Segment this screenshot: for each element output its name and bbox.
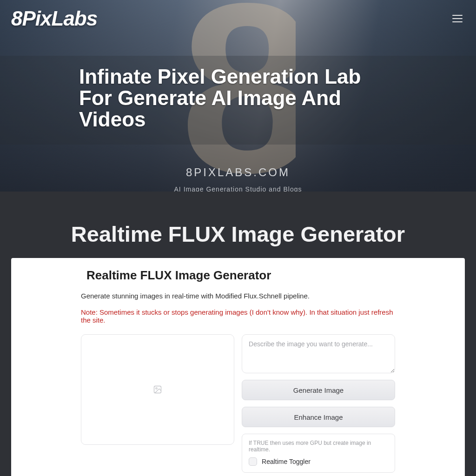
image-placeholder-icon — [153, 385, 162, 394]
hamburger-button[interactable] — [448, 9, 467, 28]
generator-section: Realtime FLUX Image Generator Realtime F… — [0, 192, 476, 476]
generate-button[interactable]: Generate Image — [242, 380, 395, 400]
hamburger-icon — [452, 15, 463, 22]
realtime-hint: If TRUE then uses more GPU but create im… — [249, 440, 388, 453]
hero-brand-sub: 8PIXLABS.COM — [0, 166, 476, 179]
generator-card: Realtime FLUX Image Generator Generate s… — [11, 258, 465, 476]
generator-note: Note: Sometimes it stucks or stops gener… — [81, 308, 395, 324]
generator-heading: Realtime FLUX Image Generator — [86, 268, 395, 283]
realtime-checkbox[interactable] — [249, 457, 257, 466]
image-preview[interactable] — [81, 334, 234, 445]
hero-banner: 8PixLabs Infinate Pixel Generation Lab F… — [0, 0, 476, 192]
enhance-button[interactable]: Enhance Image — [242, 407, 395, 427]
svg-point-1 — [156, 388, 157, 389]
generator-description: Generate stunning images in real-time wi… — [81, 292, 395, 300]
hero-subbrand: 8PIXLABS.COM AI Image Generation Studio … — [0, 166, 476, 192]
realtime-option: If TRUE then uses more GPU but create im… — [242, 434, 395, 473]
hero-heading-wrap: Infinate Pixel Generation Lab For Genera… — [0, 56, 476, 145]
prompt-input[interactable] — [242, 334, 395, 373]
hero-headline: Infinate Pixel Generation Lab For Genera… — [79, 66, 377, 131]
top-bar: 8PixLabs — [0, 0, 476, 37]
hero-tagline: AI Image Generation Studio and Blogs — [0, 185, 476, 192]
realtime-label: Realtime Toggler — [262, 458, 311, 465]
section-title: Realtime FLUX Image Generator — [0, 221, 476, 247]
brand-logo[interactable]: 8PixLabs — [11, 7, 97, 30]
